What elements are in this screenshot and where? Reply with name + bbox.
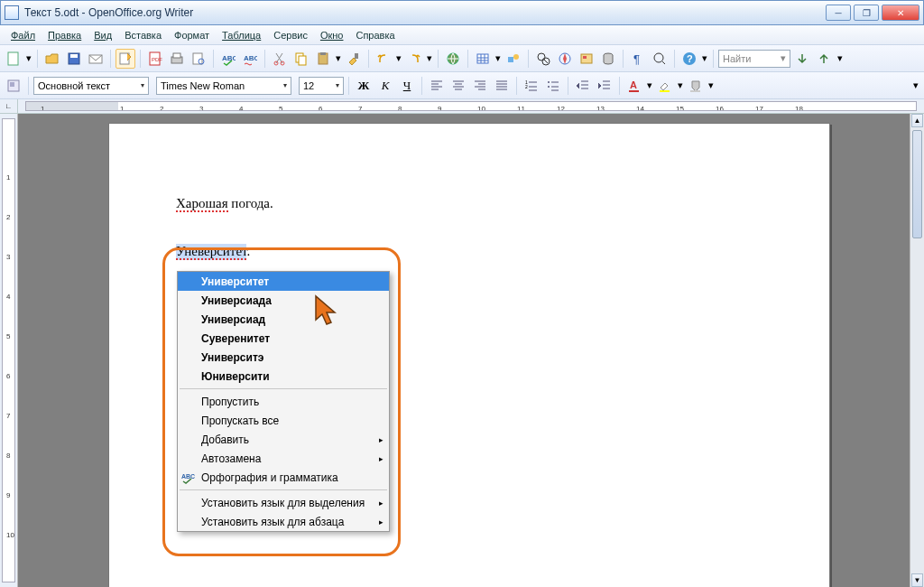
spellcheck-icon: ABC — [181, 471, 196, 485]
suggestion-item[interactable]: Универсиад — [178, 310, 389, 329]
indent-less-button[interactable] — [573, 76, 593, 96]
selected-misspelled-word[interactable]: Уневерситет — [176, 244, 246, 260]
svg-rect-19 — [355, 53, 358, 59]
underline-button[interactable]: Ч — [397, 76, 417, 96]
bg-color-button[interactable] — [686, 76, 706, 96]
autocorrect-item[interactable]: Автозамена▸ — [178, 449, 389, 468]
navigator-button[interactable] — [555, 49, 575, 69]
new-doc-button[interactable] — [4, 49, 23, 69]
datasource-button[interactable] — [598, 49, 618, 69]
menu-table[interactable]: Таблица — [217, 28, 266, 42]
vertical-ruler[interactable]: 12345678910 — [0, 114, 18, 587]
svg-text:ABC: ABC — [244, 54, 257, 62]
highlight-dropdown[interactable]: ▾ — [677, 79, 684, 91]
spellgrammar-item[interactable]: ABC Орфография и грамматика — [178, 468, 389, 487]
set-lang-paragraph-item[interactable]: Установить язык для абзаца▸ — [178, 512, 389, 531]
paragraph-style-combo[interactable]: Основной текст▾ — [33, 77, 149, 95]
align-justify-button[interactable] — [492, 76, 512, 96]
menu-edit[interactable]: Правка — [42, 28, 87, 42]
export-pdf-button[interactable]: PDF — [145, 49, 165, 69]
document-area[interactable]: Харошая погода. Уневерситет. — [18, 114, 924, 587]
undo-button[interactable] — [374, 49, 393, 69]
scroll-up-button[interactable]: ▲ — [911, 114, 923, 127]
maximize-button[interactable]: ❐ — [854, 5, 879, 21]
align-left-button[interactable] — [427, 76, 447, 96]
bold-button[interactable]: Ж — [354, 76, 374, 96]
gallery-button[interactable] — [577, 49, 596, 69]
undo-dropdown[interactable]: ▾ — [395, 52, 402, 64]
paste-button[interactable] — [313, 49, 333, 69]
menu-view[interactable]: Вид — [88, 28, 117, 42]
title-bar: Текст 5.odt - OpenOffice.org Writer ─ ❐ … — [0, 0, 924, 25]
nonprint-chars-button[interactable]: ¶ — [628, 49, 648, 69]
email-button[interactable] — [86, 49, 106, 69]
minimize-button[interactable]: ─ — [826, 5, 851, 21]
find-next-button[interactable] — [792, 49, 812, 69]
vertical-scrollbar[interactable]: ▲ ▼ — [910, 114, 924, 587]
table-button[interactable] — [473, 49, 493, 69]
suggestion-item[interactable]: Универсиада — [178, 291, 389, 310]
submenu-arrow-icon: ▸ — [379, 517, 383, 526]
align-center-button[interactable] — [448, 76, 468, 96]
scrollbar-thumb[interactable] — [912, 130, 922, 238]
help-dropdown[interactable]: ▾ — [701, 52, 708, 64]
hyperlink-button[interactable] — [443, 49, 463, 69]
align-right-button[interactable] — [470, 76, 490, 96]
draw-button[interactable] — [504, 49, 523, 69]
print-preview-button[interactable] — [189, 49, 208, 69]
menu-window[interactable]: Окно — [315, 28, 349, 42]
print-button[interactable] — [167, 49, 187, 69]
redo-dropdown[interactable]: ▾ — [426, 52, 433, 64]
menu-help[interactable]: Справка — [350, 28, 400, 42]
find-input[interactable]: Найти▾ — [718, 50, 790, 68]
new-doc-dropdown[interactable]: ▾ — [25, 52, 32, 64]
spellcheck-button[interactable]: ABC — [218, 49, 238, 69]
font-color-dropdown[interactable]: ▾ — [646, 79, 653, 91]
menu-file[interactable]: Файл — [5, 28, 41, 42]
scroll-down-button[interactable]: ▼ — [911, 573, 923, 587]
font-color-button[interactable]: A — [624, 76, 644, 96]
font-size-combo[interactable]: 12▾ — [299, 77, 344, 95]
paste-dropdown[interactable]: ▾ — [335, 52, 342, 64]
suggestion-item[interactable]: Суверенитет — [178, 329, 389, 348]
menu-format[interactable]: Формат — [169, 28, 215, 42]
toolbar-overflow-icon[interactable]: ▾ — [911, 76, 920, 96]
menu-insert[interactable]: Вставка — [119, 28, 167, 42]
find-prev-button[interactable] — [814, 49, 834, 69]
italic-button[interactable]: К — [375, 76, 395, 96]
submenu-arrow-icon: ▸ — [379, 435, 383, 444]
zoom-button[interactable] — [650, 49, 670, 69]
suggestion-item[interactable]: Юниверсити — [178, 367, 389, 386]
cut-button[interactable] — [270, 49, 290, 69]
autospell-button[interactable]: ABC — [240, 49, 260, 69]
svg-rect-16 — [299, 56, 306, 65]
bg-color-dropdown[interactable]: ▾ — [707, 79, 715, 91]
toolbar-overflow-icon[interactable]: ▾ — [836, 49, 845, 69]
suggestion-item[interactable]: Университет — [178, 272, 389, 291]
misspelled-word[interactable]: Харошая — [176, 196, 228, 212]
ignore-once-item[interactable]: Пропустить — [178, 392, 389, 411]
redo-button[interactable] — [404, 49, 424, 69]
highlight-button[interactable] — [655, 76, 675, 96]
horizontal-ruler[interactable]: ∟ 1123456789101112131415161718 — [0, 99, 924, 114]
set-lang-selection-item[interactable]: Установить язык для выделения▸ — [178, 493, 389, 512]
table-dropdown[interactable]: ▾ — [494, 52, 502, 64]
submenu-arrow-icon: ▸ — [379, 498, 383, 508]
edit-mode-button[interactable] — [116, 49, 135, 69]
suggestion-item[interactable]: Университэ — [178, 348, 389, 367]
close-button[interactable]: ✕ — [882, 5, 919, 21]
ignore-all-item[interactable]: Пропускать все — [178, 411, 389, 430]
save-button[interactable] — [64, 49, 84, 69]
font-name-combo[interactable]: Times New Roman▾ — [156, 77, 291, 95]
find-replace-button[interactable] — [533, 49, 553, 69]
format-paintbrush-button[interactable] — [344, 49, 364, 69]
copy-button[interactable] — [291, 49, 311, 69]
indent-more-button[interactable] — [595, 76, 614, 96]
bullet-list-button[interactable] — [543, 76, 563, 96]
numbered-list-button[interactable]: 12 — [522, 76, 541, 96]
add-word-item[interactable]: Добавить▸ — [178, 430, 389, 449]
help-button[interactable]: ? — [679, 49, 699, 69]
styles-button[interactable] — [4, 76, 23, 96]
menu-tools[interactable]: Сервис — [268, 28, 313, 42]
open-button[interactable] — [42, 49, 62, 69]
